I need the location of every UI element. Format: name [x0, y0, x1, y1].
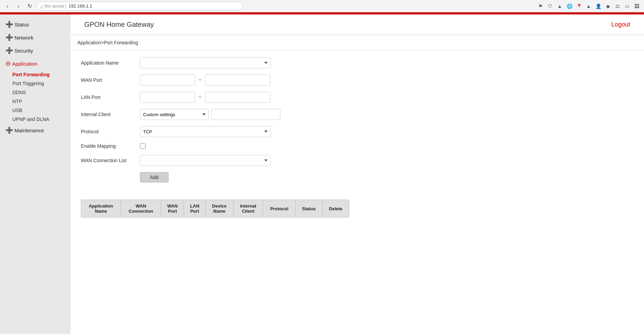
wan-connection-list-label: WAN Connection List [81, 158, 136, 163]
sidebar-sub-upnp-dlna[interactable]: UPNP and DLNA [10, 115, 71, 124]
add-button[interactable]: Add [140, 172, 169, 182]
wan-port-end-input[interactable] [205, 75, 270, 86]
ext-icon-3[interactable]: 🌐 [566, 2, 573, 10]
sidebar-item-status-label: Status [14, 22, 29, 27]
sidebar-item-maintenance[interactable]: ➕ Maintenance [0, 124, 71, 137]
sidebar-item-security[interactable]: ➕ Security [0, 44, 71, 57]
table-header: ApplicationName WANConnection WANPort LA… [81, 200, 349, 217]
lan-port-tilde: ~ [197, 94, 203, 100]
internal-client-group: Custom settings [140, 109, 280, 120]
lan-port-row: LAN Port ~ [81, 92, 634, 103]
col-internal-client: InternalClient [233, 200, 263, 217]
sidebar-item-maintenance-label: Maintenance [14, 127, 44, 133]
table-container: ApplicationName WANConnection WANPort LA… [71, 193, 644, 224]
lan-port-start-input[interactable] [140, 92, 195, 103]
internal-client-select[interactable]: Custom settings [140, 109, 209, 120]
sidebar-item-status[interactable]: ➕ Status [0, 18, 71, 31]
internal-client-label: Internal Client [81, 112, 136, 117]
network-bullet: ➕ [6, 34, 13, 41]
lan-port-group: ~ [140, 92, 270, 103]
protocol-label: Protocol [81, 129, 136, 134]
sidebar-sub-port-triggering[interactable]: Port Triggering [10, 79, 71, 88]
sidebar-sub-usb[interactable]: USB [10, 106, 71, 115]
sidebar: ➕ Status ➕ Network ➕ Security ⊖ Applicat… [0, 14, 71, 334]
browser-bar: ‹ › ↻ △ Not secure | 192.168.1.1 ⚑ 🛡 ▲ 🌐… [0, 0, 644, 12]
sidebar-item-network[interactable]: ➕ Network [0, 31, 71, 44]
maintenance-bullet: ➕ [6, 126, 13, 134]
wan-port-row: WAN Port ~ [81, 75, 634, 86]
enable-mapping-checkbox[interactable] [140, 143, 146, 149]
application-name-label: Application Name [81, 60, 136, 66]
security-warning: △ Not secure | [40, 4, 66, 9]
window-icon[interactable]: ▭ [623, 2, 631, 10]
ext-icon-2[interactable]: ▲ [556, 2, 564, 10]
enable-mapping-label: Enable Mapping [81, 143, 136, 149]
enable-mapping-row: Enable Mapping [81, 143, 634, 149]
add-button-container: Add [81, 172, 634, 182]
sidebar-sub-port-forwarding[interactable]: Port Forwarding [10, 70, 71, 79]
sidebar-sub-menu: Port Forwarding Port Triggering DDNS NTP… [0, 70, 71, 124]
internal-client-row: Internal Client Custom settings [81, 109, 634, 120]
internal-client-input[interactable] [212, 109, 280, 120]
screen-icon[interactable]: 🖼 [633, 2, 641, 10]
breadcrumb: Application>Port Forwarding [71, 35, 644, 51]
lan-port-end-input[interactable] [205, 92, 270, 103]
sidebar-item-application[interactable]: ⊖ Application [0, 57, 71, 70]
wan-connection-list-select[interactable] [140, 155, 271, 166]
logout-button[interactable]: Logout [611, 21, 630, 28]
protocol-row: Protocol TCP UDP TCP/UDP [81, 126, 634, 137]
lan-port-label: LAN Port [81, 94, 136, 100]
url-text: 192.168.1.1 [68, 3, 92, 9]
application-name-select[interactable] [140, 57, 271, 68]
wan-port-tilde: ~ [197, 77, 203, 83]
application-bullet: ⊖ [6, 60, 11, 67]
col-wan-port: WANPort [161, 200, 184, 217]
security-bullet: ➕ [6, 47, 13, 54]
ext-icon-6[interactable]: ◆ [604, 2, 612, 10]
forward-button[interactable]: › [14, 2, 23, 10]
browser-icons: ⚑ 🛡 ▲ 🌐 📍 ▲ 👤 ◆ ⚖ ▭ 🖼 [537, 2, 641, 10]
col-delete: Delete [322, 200, 349, 217]
protocol-select[interactable]: TCP UDP TCP/UDP [140, 126, 271, 137]
sidebar-sub-ddns[interactable]: DDNS [10, 88, 71, 97]
sidebar-item-security-label: Security [14, 48, 33, 54]
wan-port-group: ~ [140, 75, 270, 86]
profile-icon[interactable]: 👤 [594, 2, 602, 10]
col-protocol: Protocol [263, 200, 296, 217]
reload-button[interactable]: ↻ [25, 2, 34, 10]
wan-port-label: WAN Port [81, 77, 136, 83]
ext-icon-4[interactable]: 📍 [575, 2, 583, 10]
ext-icon-1[interactable]: 🛡 [546, 2, 554, 10]
sidebar-item-application-label: Application [12, 61, 37, 67]
main-content: GPON Home Gateway Logout Application>Por… [71, 14, 644, 334]
col-status: Status [296, 200, 322, 217]
table-header-row: ApplicationName WANConnection WANPort LA… [81, 200, 349, 217]
col-lan-port: LANPort [184, 200, 205, 217]
col-device-name: DeviceName [205, 200, 233, 217]
puzzle-icon[interactable]: ⚖ [614, 2, 621, 10]
wan-port-start-input[interactable] [140, 75, 195, 86]
col-application-name: ApplicationName [81, 200, 121, 217]
bookmark-icon[interactable]: ⚑ [537, 2, 544, 10]
form-area: Application Name WAN Port ~ LAN Port [71, 51, 644, 189]
page-container: ➕ Status ➕ Network ➕ Security ⊖ Applicat… [0, 14, 644, 334]
address-bar[interactable]: △ Not secure | 192.168.1.1 [36, 2, 243, 11]
port-forwarding-table: ApplicationName WANConnection WANPort LA… [81, 200, 349, 217]
wan-connection-list-row: WAN Connection List [81, 155, 634, 166]
col-wan-connection: WANConnection [121, 200, 161, 217]
ext-icon-5[interactable]: ▲ [585, 2, 592, 10]
status-bullet: ➕ [6, 21, 13, 28]
page-header: GPON Home Gateway Logout [71, 14, 644, 35]
back-button[interactable]: ‹ [3, 2, 12, 10]
sidebar-item-network-label: Network [14, 35, 33, 41]
header-title: GPON Home Gateway [84, 21, 154, 29]
sidebar-sub-ntp[interactable]: NTP [10, 97, 71, 106]
application-name-row: Application Name [81, 57, 634, 68]
